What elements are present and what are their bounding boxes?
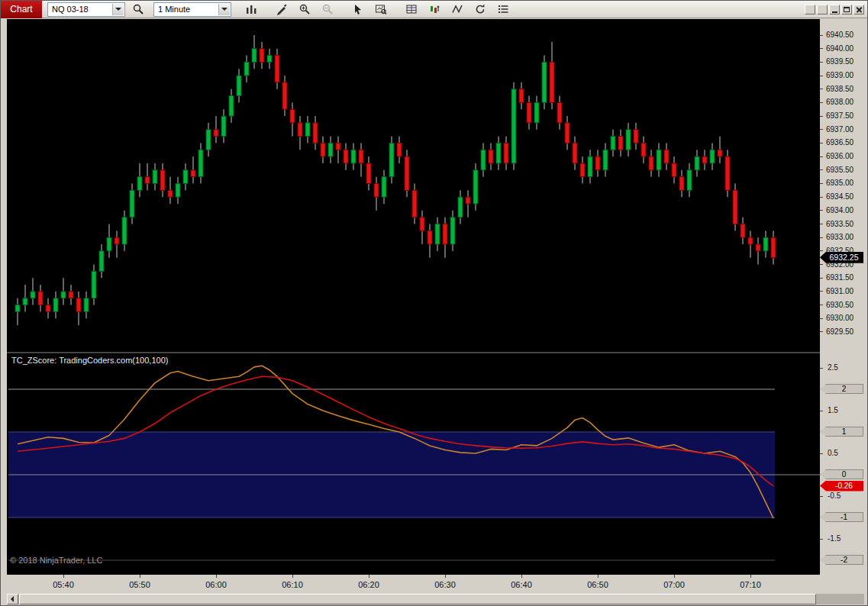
zoom-out-icon[interactable] <box>318 2 337 18</box>
time-axis-tick <box>750 575 751 578</box>
chart-window: Chart NQ 03-18 1 Minute <box>0 0 868 606</box>
price-axis-tick <box>820 129 823 130</box>
price-axis-tick <box>820 116 823 117</box>
chart-trader-icon[interactable] <box>425 2 444 18</box>
maximize-button[interactable] <box>841 5 852 15</box>
indicator-axis-label: 1.5 <box>828 406 838 414</box>
price-axis-label: 6937.50 <box>826 111 853 120</box>
price-axis-label: 6939.50 <box>826 57 853 66</box>
close-button[interactable] <box>853 5 864 15</box>
scroll-left-arrow[interactable] <box>7 594 18 604</box>
time-axis-tick <box>521 575 522 578</box>
time-axis-label: 06:20 <box>352 580 386 589</box>
price-axis-tick <box>820 305 823 305</box>
time-axis-label: 06:10 <box>276 580 309 589</box>
price-axis-label: 6934.50 <box>826 192 853 201</box>
indicator-level-badge: 1 <box>820 427 863 437</box>
market-analyzer-icon[interactable] <box>402 2 421 18</box>
chevron-down-icon <box>218 4 230 15</box>
time-axis[interactable]: 05:4005:5006:0006:1006:2006:3006:4006:50… <box>7 575 820 592</box>
axis-corner <box>820 575 864 592</box>
time-axis-tick <box>216 575 217 578</box>
chart-canvas[interactable] <box>7 19 820 575</box>
search-icon[interactable] <box>129 2 147 18</box>
titlebar-extra-button-1[interactable] <box>805 5 815 15</box>
properties-icon[interactable] <box>494 2 512 18</box>
price-axis-label: 6939.00 <box>826 71 853 79</box>
time-axis-label: 06:30 <box>428 580 462 589</box>
horizontal-scrollbar[interactable] <box>7 594 864 604</box>
price-axis-tick <box>820 237 823 238</box>
minimize-icon <box>832 11 837 13</box>
time-axis-label: 05:40 <box>47 580 80 589</box>
time-axis-tick <box>674 575 675 578</box>
instrument-dropdown[interactable]: NQ 03-18 <box>47 2 125 17</box>
price-axis-tick <box>820 89 823 89</box>
last-price-badge: 6932.25 <box>820 252 863 263</box>
price-axis-tick <box>820 278 823 279</box>
time-axis-label: 07:10 <box>734 580 767 589</box>
indicator-axis-tick <box>820 368 823 369</box>
time-axis-label: 06:00 <box>199 580 233 589</box>
maximize-icon <box>844 7 850 12</box>
price-axis-tick <box>820 76 823 76</box>
price-axis-label: 6929.50 <box>826 327 853 336</box>
reload-icon[interactable] <box>471 2 489 18</box>
time-axis-tick <box>598 575 599 578</box>
price-axis-tick <box>820 183 823 184</box>
price-axis-label: 6930.00 <box>826 314 853 322</box>
price-axis-label: 6934.00 <box>826 206 853 214</box>
price-axis-tick <box>820 331 823 332</box>
price-axis-label: 6931.50 <box>826 273 853 282</box>
chart-tab[interactable]: Chart <box>1 1 42 18</box>
price-axis-tick <box>820 250 823 251</box>
price-axis-tick <box>820 48 823 49</box>
pencil-icon[interactable] <box>273 2 291 18</box>
price-axis-tick <box>820 224 823 224</box>
cursor-icon[interactable] <box>349 2 367 18</box>
price-axis-label: 6936.00 <box>826 152 853 160</box>
indicator-axis-label: 2.5 <box>828 363 838 372</box>
time-axis-label: 06:50 <box>581 580 615 589</box>
price-axis-label: 6938.50 <box>826 85 853 93</box>
price-axis-label: 6937.00 <box>826 125 853 134</box>
price-axis-tick <box>820 102 823 103</box>
chart-style-icon[interactable] <box>242 2 260 18</box>
price-axis-label: 6936.50 <box>826 138 853 147</box>
indicator-axis-tick <box>820 411 823 411</box>
scrollbar-thumb[interactable] <box>19 594 816 604</box>
indicator-level-badge: -2 <box>820 555 863 565</box>
chart-panel[interactable]: TC_ZScore: TradingCoders.com(100,100) © … <box>7 19 820 575</box>
price-axis-label: 6940.50 <box>826 31 853 39</box>
toolbar: Chart NQ 03-18 1 Minute <box>1 1 867 18</box>
price-axis-label: 6931.00 <box>826 287 853 295</box>
copyright-text: © 2018 NinjaTrader, LLC <box>10 556 102 565</box>
price-axis-tick <box>820 291 823 292</box>
interval-dropdown[interactable]: 1 Minute <box>153 2 231 17</box>
indicator-axis-label: -0.5 <box>828 492 841 500</box>
price-axis-tick <box>820 143 823 143</box>
chart-inspector-icon[interactable] <box>372 2 390 18</box>
indicator-axis-tick <box>820 496 823 497</box>
zigzag-icon[interactable] <box>448 2 466 18</box>
time-axis-tick <box>369 575 369 578</box>
chevron-down-icon <box>112 4 124 15</box>
titlebar-extra-button-2[interactable] <box>817 5 828 15</box>
price-axis[interactable]: 6940.506940.006939.506939.006938.506938.… <box>820 19 864 575</box>
indicator-axis-tick <box>820 539 823 540</box>
price-axis-label: 6940.00 <box>826 44 853 53</box>
price-axis-label: 6933.00 <box>826 233 853 241</box>
indicator-axis-label: 0.5 <box>828 449 838 457</box>
time-axis-label: 05:50 <box>123 580 156 589</box>
price-axis-tick <box>820 35 823 36</box>
price-axis-label: 6930.50 <box>826 301 853 309</box>
time-axis-label: 06:40 <box>505 580 538 589</box>
price-axis-tick <box>820 169 823 170</box>
minimize-button[interactable] <box>829 5 840 15</box>
price-axis-label: 6938.00 <box>826 98 853 106</box>
interval-value: 1 Minute <box>158 5 190 14</box>
zoom-in-icon[interactable] <box>295 2 314 18</box>
price-axis-tick <box>820 197 823 198</box>
indicator-axis-label: -1.5 <box>828 534 841 543</box>
time-axis-tick <box>292 575 293 578</box>
